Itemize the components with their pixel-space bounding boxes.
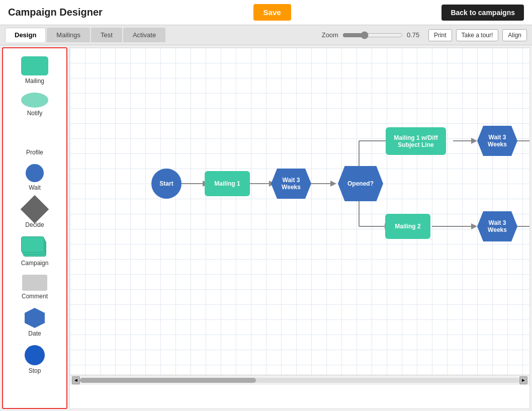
sidebar-item-wait[interactable]: Wait xyxy=(3,161,66,194)
mailing-icon xyxy=(21,56,48,75)
tab-design[interactable]: Design xyxy=(5,28,46,42)
node-opened-label: Opened? xyxy=(347,180,374,187)
stop-icon xyxy=(25,345,45,365)
sidebar: Mailing Notify Profile Wait Decide xyxy=(2,47,67,409)
date-icon xyxy=(25,308,45,328)
tabs-bar: Design Mailings Test Activate Zoom 0.75 … xyxy=(0,25,532,45)
tab-test[interactable]: Test xyxy=(91,28,122,42)
node-start[interactable]: Start xyxy=(151,169,182,199)
sidebar-label-date: Date xyxy=(28,330,41,337)
scroll-track[interactable] xyxy=(80,378,519,383)
node-wait-top[interactable]: Wait 3 Weeks xyxy=(477,126,517,156)
svg-marker-5 xyxy=(330,181,336,187)
sidebar-label-comment: Comment xyxy=(22,293,48,300)
sidebar-item-decide[interactable]: Decide xyxy=(3,196,66,231)
notify-icon xyxy=(21,93,48,108)
back-button[interactable]: Back to campaigns xyxy=(441,5,524,21)
node-start-label: Start xyxy=(159,180,173,187)
node-mailing1[interactable]: Mailing 1 xyxy=(205,171,250,196)
sidebar-label-wait: Wait xyxy=(29,184,41,191)
tour-button[interactable]: Take a tour! xyxy=(456,29,499,41)
sidebar-label-mailing: Mailing xyxy=(25,77,44,85)
wait-icon xyxy=(26,164,44,182)
node-wait-top-label: Wait 3 Weeks xyxy=(488,134,507,148)
sidebar-item-campaign[interactable]: Campaign xyxy=(3,233,66,270)
canvas: NO YES Start Mailing 1 Wait 3 Weeks Open… xyxy=(70,48,530,375)
node-wait1-label: Wait 3 Weeks xyxy=(282,177,301,191)
campaign-layer3 xyxy=(21,236,44,253)
sidebar-label-stop: Stop xyxy=(29,367,41,374)
sidebar-item-comment[interactable]: Comment xyxy=(3,272,66,303)
node-wait-bot-label: Wait 3 Weeks xyxy=(488,219,507,233)
zoom-label: Zoom xyxy=(322,31,338,39)
node-mailing1-label: Mailing 1 xyxy=(214,180,240,187)
tab-group: Design Mailings Test Activate xyxy=(5,28,165,42)
canvas-wrap[interactable]: NO YES Start Mailing 1 Wait 3 Weeks Open… xyxy=(69,47,530,409)
node-wait1[interactable]: Wait 3 Weeks xyxy=(271,169,311,199)
sidebar-item-stop[interactable]: Stop xyxy=(3,342,66,377)
node-mailing2[interactable]: Mailing 2 xyxy=(385,214,430,239)
align-button[interactable]: Align xyxy=(502,29,527,41)
profile-icon-wrap xyxy=(21,125,49,147)
zoom-slider[interactable] xyxy=(342,31,403,39)
decide-icon xyxy=(21,195,49,224)
svg-marker-17 xyxy=(471,223,477,229)
profile-icon xyxy=(21,127,48,144)
app-title: Campaign Designer xyxy=(8,7,103,18)
campaign-icon xyxy=(21,236,48,258)
connector-svg: NO YES xyxy=(70,48,530,375)
tab-mailings[interactable]: Mailings xyxy=(47,28,90,42)
sidebar-item-mailing[interactable]: Mailing xyxy=(3,53,66,88)
tab-activate[interactable]: Activate xyxy=(123,28,165,42)
scroll-left-button[interactable]: ◄ xyxy=(72,376,80,384)
sidebar-item-date[interactable]: Date xyxy=(3,305,66,340)
header: Campaign Designer Save Back to campaigns xyxy=(0,0,532,25)
scrollbar-area: ◄ ► xyxy=(70,375,529,385)
node-opened[interactable]: Opened? xyxy=(338,166,383,201)
sidebar-label-campaign: Campaign xyxy=(21,260,49,267)
node-mailing-diff[interactable]: Mailing 1 w/Diff Subject Line xyxy=(386,127,446,155)
print-button[interactable]: Print xyxy=(428,29,452,41)
zoom-value: 0.75 xyxy=(407,31,424,39)
sidebar-label-profile: Profile xyxy=(26,149,43,156)
comment-icon xyxy=(22,275,47,291)
node-mailing2-label: Mailing 2 xyxy=(395,223,420,230)
main-area: Mailing Notify Profile Wait Decide xyxy=(0,45,532,411)
toolbar-right: Zoom 0.75 Print Take a tour! Align xyxy=(322,29,527,41)
svg-marker-10 xyxy=(471,138,477,144)
node-wait-bot[interactable]: Wait 3 Weeks xyxy=(477,211,517,241)
sidebar-item-profile[interactable]: Profile xyxy=(3,122,66,159)
scroll-thumb xyxy=(80,378,256,383)
save-button[interactable]: Save xyxy=(253,4,291,21)
scroll-right-button[interactable]: ► xyxy=(519,376,527,384)
sidebar-label-notify: Notify xyxy=(27,110,43,117)
node-mailing-diff-label: Mailing 1 w/Diff Subject Line xyxy=(394,134,437,148)
sidebar-item-notify[interactable]: Notify xyxy=(3,90,66,120)
